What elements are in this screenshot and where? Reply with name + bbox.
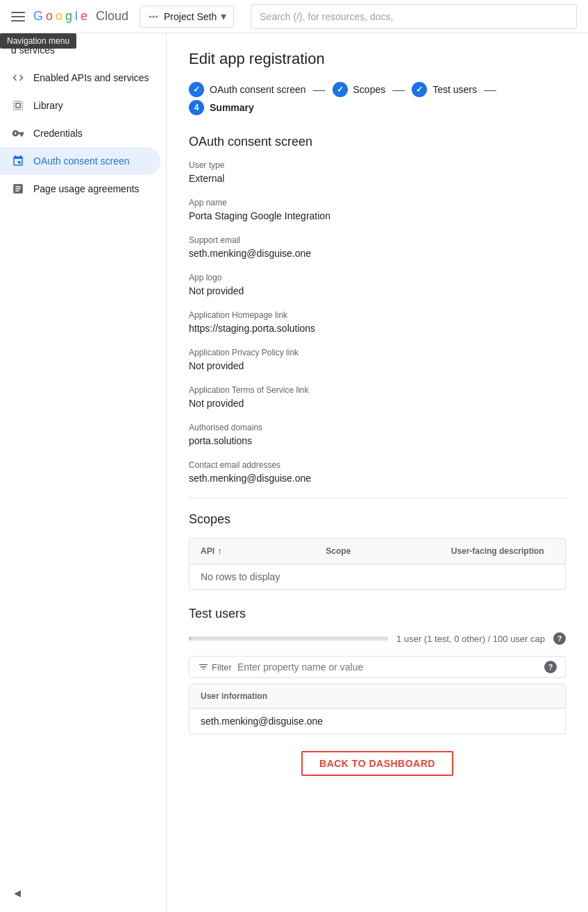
back-btn-container: BACK TO DASHBOARD (189, 734, 566, 793)
field-value-homepage: https://staging.porta.solutions (189, 323, 566, 334)
sidebar-label-page-usage: Page usage agreements (33, 183, 140, 194)
search-bar[interactable]: Search (/), for resources, docs, (251, 4, 577, 29)
field-value-contact-email: seth.menking@disguise.one (189, 473, 566, 484)
sidebar-item-oauth-consent[interactable]: OAuth consent screen (0, 147, 160, 175)
page-title: Edit app registration (189, 50, 566, 68)
sidebar-label-oauth: OAuth consent screen (33, 155, 130, 167)
step-label-test-users: Test users (432, 84, 477, 95)
field-app-name: App name Porta Staging Google Integratio… (189, 198, 566, 221)
step-divider-3: — (484, 83, 496, 97)
field-label-app-name: App name (189, 198, 566, 208)
field-label-app-logo: App logo (189, 273, 566, 282)
field-value-app-name: Porta Staging Google Integration (189, 210, 566, 221)
progress-bar-fill (189, 636, 191, 641)
filter-icon: Filter (198, 661, 232, 673)
sidebar-item-page-usage[interactable]: Page usage agreements (0, 175, 160, 203)
test-users-section-title: Test users (189, 607, 566, 621)
field-value-terms-of-service: Not provided (189, 398, 566, 409)
scopes-empty-message: No rows to display (190, 564, 565, 589)
topbar: Google Cloud Project Seth ▾ Search (/), … (0, 0, 588, 33)
svg-point-2 (156, 15, 158, 17)
field-value-support-email: seth.menking@disguise.one (189, 248, 566, 259)
project-name: Project Seth (164, 11, 217, 22)
sidebar-collapse-button[interactable]: ◂ (8, 882, 26, 903)
field-label-contact-email: Contact email addresses (189, 460, 566, 470)
filter-bar: Filter ? (189, 656, 566, 678)
library-icon (11, 99, 25, 112)
sidebar-item-library[interactable]: Library (0, 92, 160, 119)
oauth-section-title: OAuth consent screen (189, 135, 566, 149)
agreements-icon (11, 182, 25, 196)
step-scopes: Scopes (333, 82, 386, 97)
api-icon (11, 71, 25, 85)
field-label-authorised-domains: Authorised domains (189, 423, 566, 432)
filter-input[interactable] (237, 661, 539, 673)
svg-point-0 (149, 15, 151, 17)
oauth-icon (11, 154, 25, 168)
sidebar-label-enabled-apis: Enabled APIs and services (33, 72, 149, 83)
main-content: Edit app registration OAuth consent scre… (167, 33, 588, 912)
chevron-down-icon: ▾ (221, 10, 226, 23)
project-icon (147, 10, 160, 23)
step-check-oauth (189, 82, 204, 97)
users-table-header: User information (190, 684, 565, 709)
scopes-col-api: API ↑ (190, 539, 314, 564)
nav-tooltip: Navigation menu (0, 33, 76, 49)
sidebar-item-enabled-apis[interactable]: Enabled APIs and services (0, 64, 160, 92)
google-cloud-logo: Google Cloud (33, 9, 128, 24)
scopes-empty-row: No rows to display (190, 564, 565, 589)
field-label-support-email: Support email (189, 235, 566, 245)
users-table: User information seth.menking@disguise.o… (189, 684, 566, 734)
scopes-col-scope: Scope (314, 539, 439, 564)
field-authorised-domains: Authorised domains porta.solutions (189, 423, 566, 446)
svg-point-1 (153, 15, 155, 17)
field-value-privacy-policy: Not provided (189, 360, 566, 371)
menu-icon[interactable] (11, 8, 28, 25)
credentials-icon (11, 126, 25, 140)
step-num-summary: 4 (189, 100, 204, 115)
scopes-section-title: Scopes (189, 512, 566, 527)
filter-help-icon[interactable]: ? (544, 661, 557, 673)
scopes-table-header: API ↑ Scope User-facing description (190, 539, 565, 564)
step-label-oauth: OAuth consent screen (210, 84, 306, 95)
step-label-summary: Summary (210, 102, 254, 113)
scopes-table: API ↑ Scope User-facing description No r… (189, 538, 566, 590)
sidebar: d services Enabled APIs and services Lib… (0, 33, 167, 912)
step-divider-2: — (392, 83, 405, 97)
field-contact-email: Contact email addresses seth.menking@dis… (189, 460, 566, 484)
field-app-logo: App logo Not provided (189, 273, 566, 296)
field-terms-of-service: Application Terms of Service link Not pr… (189, 385, 566, 409)
step-check-test-users (412, 82, 427, 97)
step-label-scopes: Scopes (353, 84, 386, 95)
users-table-row: seth.menking@disguise.one (190, 709, 565, 734)
sidebar-label-credentials: Credentials (33, 128, 83, 139)
stepper: OAuth consent screen — Scopes — Test use… (189, 82, 566, 115)
sidebar-item-credentials[interactable]: Credentials (0, 119, 160, 147)
field-label-user-type: User type (189, 160, 566, 170)
field-privacy-policy: Application Privacy Policy link Not prov… (189, 348, 566, 371)
field-homepage: Application Homepage link https://stagin… (189, 310, 566, 334)
field-label-terms-of-service: Application Terms of Service link (189, 385, 566, 395)
field-user-type: User type External (189, 160, 566, 184)
progress-bar-track (189, 636, 388, 641)
step-divider-1: — (313, 83, 326, 97)
search-placeholder: Search (/), for resources, docs, (260, 11, 393, 22)
project-selector[interactable]: Project Seth ▾ (140, 6, 234, 28)
progress-help-icon[interactable]: ? (553, 632, 566, 645)
section-divider (189, 498, 566, 498)
step-check-scopes (333, 82, 348, 97)
field-value-user-type: External (189, 173, 566, 184)
back-to-dashboard-button[interactable]: BACK TO DASHBOARD (301, 751, 453, 776)
sort-arrow-icon: ↑ (217, 546, 222, 557)
field-label-privacy-policy: Application Privacy Policy link (189, 348, 566, 357)
sidebar-label-library: Library (33, 100, 63, 111)
step-test-users: Test users (412, 82, 477, 97)
field-label-homepage: Application Homepage link (189, 310, 566, 320)
field-value-app-logo: Not provided (189, 285, 566, 296)
progress-label: 1 user (1 test, 0 other) / 100 user cap (396, 634, 545, 644)
field-support-email: Support email seth.menking@disguise.one (189, 235, 566, 259)
step-summary: 4 Summary (189, 100, 254, 115)
progress-bar-container: 1 user (1 test, 0 other) / 100 user cap … (189, 632, 566, 645)
field-value-authorised-domains: porta.solutions (189, 435, 566, 446)
scopes-col-description: User-facing description (440, 539, 565, 564)
